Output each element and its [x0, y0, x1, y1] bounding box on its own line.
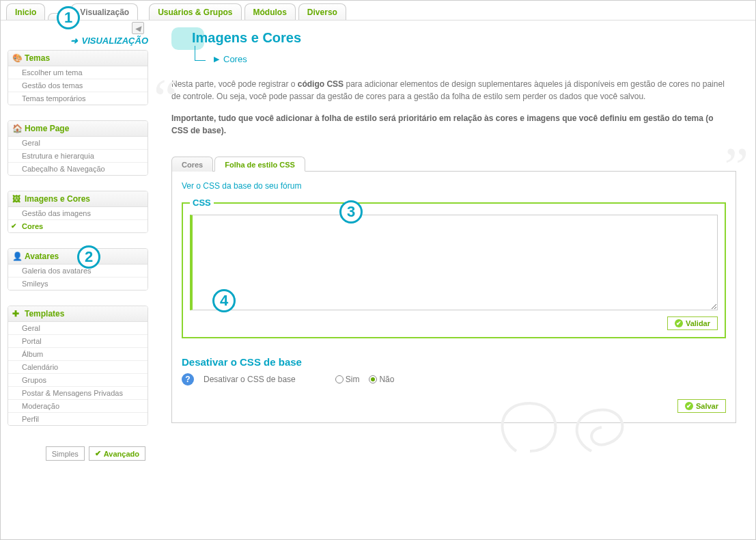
annotation-badge-2: 2 [77, 245, 100, 269]
mode-simple-button[interactable]: Simples [46, 446, 85, 461]
tab-usuarios[interactable]: Usuários & Grupos [149, 3, 241, 20]
mode-toggle: Simples ✔ Avançado [8, 441, 148, 466]
view-base-css-link[interactable]: Ver o CSS da base do seu fórum [182, 181, 301, 191]
templates-icon: ✚ [12, 309, 22, 319]
intro-text: Nesta parte, você pode registrar o códig… [171, 78, 736, 137]
annotation-badge-1: 1 [57, 6, 80, 29]
tab-modulos[interactable]: Módulos [244, 3, 296, 20]
sidebar: ◀ ➜ VISUALIZAÇÃO 🎨 Temas Escolher um tem… [8, 23, 148, 466]
css-fieldset: CSS ✔ Validar [182, 198, 726, 338]
deactivate-row: ? Desativar o CSS de base Sim Não [182, 373, 726, 386]
sidebar-item-cores[interactable]: Cores [8, 220, 148, 232]
check-icon: ✔ [95, 449, 101, 458]
sidebar-item[interactable]: Smileys [8, 278, 148, 290]
radio-yes-label: Sim [346, 375, 360, 384]
intro-p1b: código CSS [298, 79, 344, 89]
images-icon: 🖼 [12, 194, 22, 204]
arrow-icon: ➜ [70, 36, 78, 46]
home-icon: 🏠 [12, 124, 22, 133]
radio-no[interactable]: Não [369, 375, 394, 384]
tab-visualizacao[interactable]: Visualização [71, 3, 138, 20]
deactivate-title: Desativar o CSS de base [182, 356, 726, 368]
crumb-line-icon [195, 46, 206, 61]
sidebar-item[interactable]: Grupos [8, 374, 148, 387]
sidebar-item[interactable]: Geral [8, 137, 148, 150]
quote-open-icon: “ [154, 85, 178, 112]
subtab-cores[interactable]: Cores [171, 157, 213, 172]
sidebar-item[interactable]: Geral [8, 322, 148, 335]
sidebar-item[interactable]: Perfil [8, 413, 148, 425]
section-head-imagens[interactable]: 🖼 Imagens e Cores [8, 191, 148, 207]
quote-close-icon: ” [724, 153, 748, 180]
section-head-homepage[interactable]: 🏠 Home Page [8, 121, 148, 137]
section-title: Templates [25, 309, 64, 319]
sidebar-item[interactable]: Estrutura e hierarquia [8, 150, 148, 163]
tab-diverso[interactable]: Diverso [298, 3, 346, 20]
validate-button[interactable]: ✔ Validar [667, 316, 718, 330]
check-icon: ✔ [685, 402, 693, 410]
sidebar-item[interactable]: Gestão dos temas [8, 79, 148, 92]
css-panel: Ver o CSS da base do seu fórum CSS ✔ Val… [171, 172, 736, 423]
section-title: Avatares [25, 252, 59, 261]
section-title: Imagens e Cores [25, 194, 90, 204]
validate-label: Validar [686, 319, 710, 327]
annotation-badge-4: 4 [212, 289, 236, 312]
radio-icon [369, 375, 377, 383]
check-icon: ✔ [675, 319, 683, 327]
crumb-sub-label: Cores [223, 54, 247, 64]
sidebar-item[interactable]: Temas temporários [8, 92, 148, 105]
section-title: Temas [25, 53, 50, 63]
themes-icon: 🎨 [12, 53, 22, 63]
breadcrumb: ◀ ➜ VISUALIZAÇÃO [8, 23, 148, 50]
section-templates: ✚ Templates Geral Portal Álbum Calendári… [8, 306, 148, 426]
sidebar-item[interactable]: Escolher um tema [8, 66, 148, 79]
subtabs: Cores Folha de estilo CSS [171, 156, 736, 172]
help-icon[interactable]: ? [182, 373, 194, 386]
sidebar-item[interactable]: Calendário [8, 361, 148, 374]
back-icon[interactable]: ◀ [132, 22, 144, 34]
intro-p1a: Nesta parte, você pode registrar o [171, 79, 298, 89]
css-legend: CSS [190, 198, 214, 208]
section-head-temas[interactable]: 🎨 Temas [8, 51, 148, 66]
sidebar-item[interactable]: Portal [8, 335, 148, 348]
section-imagens: 🖼 Imagens e Cores Gestão das imagens Cor… [8, 191, 148, 233]
sidebar-item[interactable]: Cabeçalho & Navegação [8, 163, 148, 175]
save-label: Salvar [696, 402, 718, 410]
deactivate-label: Desativar o CSS de base [204, 375, 296, 384]
mode-label: Avançado [104, 450, 139, 458]
page-title: Imagens e Cores [171, 30, 736, 46]
save-button[interactable]: ✔ Salvar [677, 399, 726, 413]
section-title: Home Page [25, 124, 69, 133]
arrow-icon: ▶ [214, 55, 219, 64]
radio-icon [335, 375, 344, 383]
radio-no-label: Não [379, 375, 394, 384]
annotation-badge-3: 3 [339, 200, 363, 224]
intro-p2: Importante, tudo que você adicionar à fo… [171, 113, 714, 135]
sidebar-item[interactable]: Moderação [8, 400, 148, 413]
mode-advanced-button[interactable]: ✔ Avançado [89, 446, 145, 461]
sidebar-item[interactable]: Álbum [8, 348, 148, 361]
section-head-templates[interactable]: ✚ Templates [8, 306, 148, 322]
sidebar-item-gestao-imagens[interactable]: Gestão das imagens [8, 207, 148, 220]
tab-inicio[interactable]: Inicio [6, 3, 45, 20]
breadcrumb-label: VISUALIZAÇÃO [82, 36, 149, 46]
css-textarea[interactable] [190, 215, 718, 310]
section-temas: 🎨 Temas Escolher um tema Gestão dos tema… [8, 50, 148, 105]
sidebar-item[interactable]: Galeria dos avatares [8, 265, 148, 278]
top-tabs: Inicio Visualização Usuários & Grupos Mó… [1, 1, 755, 21]
subtab-folha-css[interactable]: Folha de estilo CSS [214, 157, 305, 172]
section-homepage: 🏠 Home Page Geral Estrutura e hierarquia… [8, 120, 148, 176]
main-panel: “ ” Imagens e Cores ▶ Cores Nesta parte,… [159, 23, 748, 466]
radio-yes[interactable]: Sim [335, 375, 360, 384]
avatar-icon: 👤 [12, 252, 22, 261]
sidebar-item[interactable]: Postar & Mensagens Privadas [8, 387, 148, 400]
